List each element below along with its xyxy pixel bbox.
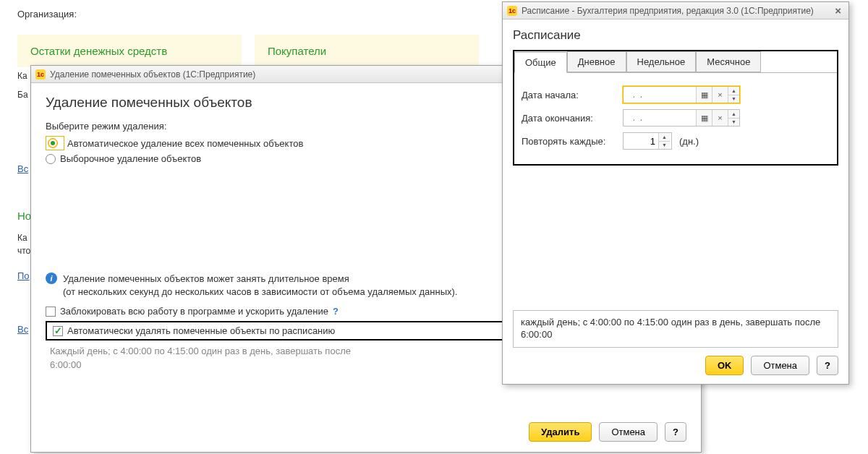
- chk-auto-label: Автоматически удалять помеченные объекты…: [67, 325, 335, 336]
- info-line1: Удаление помеченных объектов может занят…: [63, 273, 457, 286]
- tab-monthly[interactable]: Месячное: [696, 51, 761, 72]
- dialog1-title: Удаление помеченных объектов (1С:Предпри…: [50, 69, 255, 80]
- bg-tab-cash[interactable]: Остатки денежных средств: [17, 35, 242, 67]
- info-line2: (от нескольких секунд до нескольких часо…: [63, 286, 457, 299]
- schedule-description: каждый день; с 4:00:00 по 4:15:00 один р…: [513, 310, 838, 348]
- spin-up-icon[interactable]: ▲: [658, 133, 670, 142]
- checkbox-icon: [46, 307, 56, 317]
- repeat-label: Повторять каждые:: [522, 136, 623, 147]
- clear-icon[interactable]: ×: [712, 87, 728, 103]
- start-date-label: Дата начала:: [522, 90, 623, 100]
- bg-link-3[interactable]: Вс: [17, 324, 28, 335]
- 1c-logo-icon: 1c: [507, 6, 517, 16]
- dialog2-title: Расписание - Бухгалтерия предприятия, ре…: [522, 6, 814, 16]
- cancel-button[interactable]: Отмена: [751, 356, 809, 375]
- cancel-button[interactable]: Отмена: [599, 422, 658, 442]
- delete-button[interactable]: Удалить: [529, 422, 592, 442]
- bg-text-5: что: [17, 246, 30, 256]
- tabs: Общие Дневное Недельное Месячное: [514, 51, 837, 72]
- schedule-dialog: 1c Расписание - Бухгалтерия предприятия,…: [502, 1, 849, 385]
- dialog2-header: Расписание: [513, 28, 838, 43]
- spinner[interactable]: ▲▼: [728, 87, 739, 103]
- help-icon[interactable]: ?: [333, 306, 339, 317]
- radio-icon: [48, 138, 58, 148]
- start-date-field[interactable]: ▦ × ▲▼: [623, 86, 740, 103]
- 1c-logo-icon: 1c: [35, 69, 46, 80]
- bg-text-1: Ка: [17, 71, 27, 81]
- ok-button[interactable]: OK: [705, 356, 744, 375]
- bg-link-2[interactable]: По: [17, 270, 30, 281]
- close-icon[interactable]: ×: [832, 4, 844, 17]
- bg-text-3: Но: [17, 210, 31, 222]
- end-date-field[interactable]: ▦ × ▲▼: [623, 109, 740, 127]
- bg-text-4: Ка: [17, 233, 27, 243]
- bg-tab-buyers[interactable]: Покупатели: [255, 35, 479, 67]
- spin-up-icon[interactable]: ▲: [728, 87, 739, 95]
- end-date-input[interactable]: [624, 110, 696, 126]
- tab-frame-highlight: Общие Дневное Недельное Месячное Дата на…: [513, 50, 838, 166]
- tab-daily[interactable]: Дневное: [567, 51, 626, 72]
- chk-block-label: Заблокировать всю работу в программе и у…: [60, 306, 328, 317]
- schedule-summary: Каждый день; с 4:00:00 по 4:15:00 один р…: [50, 345, 383, 371]
- info-icon: i: [46, 273, 57, 284]
- help-button[interactable]: ?: [817, 356, 838, 375]
- end-date-label: Дата окончания:: [522, 113, 623, 124]
- spinner[interactable]: ▲▼: [658, 133, 670, 149]
- bg-text-2: Ба: [17, 90, 28, 100]
- help-button[interactable]: ?: [665, 422, 686, 442]
- spin-down-icon[interactable]: ▼: [728, 95, 739, 103]
- start-date-input[interactable]: [624, 87, 696, 103]
- radio-select-label: Выборочное удаление объектов: [60, 153, 201, 164]
- clear-icon[interactable]: ×: [712, 110, 728, 126]
- tab-weekly[interactable]: Недельное: [626, 51, 697, 72]
- spin-down-icon[interactable]: ▼: [658, 142, 670, 150]
- spin-up-icon[interactable]: ▲: [728, 110, 739, 119]
- checkbox-icon[interactable]: [53, 326, 63, 336]
- radio-auto-label: Автоматическое удаление всех помеченных …: [67, 138, 303, 149]
- radio-icon: [46, 154, 56, 164]
- spinner[interactable]: ▲▼: [728, 110, 739, 126]
- calendar-icon[interactable]: ▦: [696, 87, 712, 103]
- spin-down-icon[interactable]: ▼: [728, 119, 739, 127]
- repeat-unit: (дн.): [679, 136, 699, 147]
- org-label: Организация:: [17, 9, 77, 20]
- calendar-icon[interactable]: ▦: [696, 110, 712, 126]
- tab-common[interactable]: Общие: [514, 52, 567, 73]
- bg-link-1[interactable]: Вс: [17, 163, 28, 174]
- repeat-field[interactable]: ▲▼: [623, 132, 672, 150]
- repeat-input[interactable]: [624, 133, 658, 149]
- dialog2-titlebar[interactable]: 1c Расписание - Бухгалтерия предприятия,…: [503, 2, 848, 20]
